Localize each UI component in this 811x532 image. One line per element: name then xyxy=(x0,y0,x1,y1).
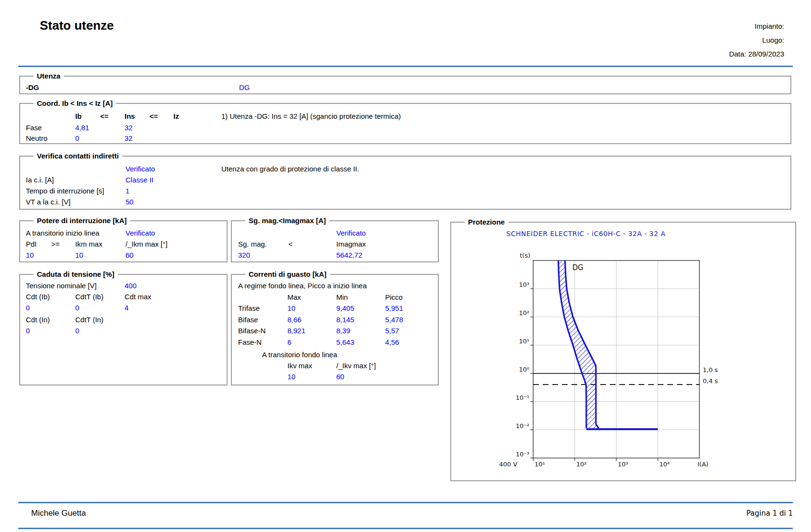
correnti-row-min: 9,405 xyxy=(336,304,354,312)
caduta-tensione-value: 400 xyxy=(125,282,137,290)
correnti-row-min: 5,643 xyxy=(336,338,354,346)
luogo-label: Luogo: xyxy=(762,36,784,44)
y-tick-label: 10⁰ xyxy=(519,366,529,373)
correnti-row-picco: 5,478 xyxy=(385,316,403,324)
y-tick-label: 10² xyxy=(519,309,529,317)
verifica-row-value: 1 xyxy=(126,187,129,195)
correnti-row-label: Trifase xyxy=(238,304,260,312)
correnti-row-label: Bifase-N xyxy=(238,327,266,335)
caduta-h2: CdtT (Ib) xyxy=(75,293,103,301)
page-title: Stato utenze xyxy=(40,18,114,33)
correnti-row-min: 8,39 xyxy=(336,327,350,335)
trip-curve-chart: 1,0 s0,4 s10³10²10¹10⁰10⁻¹10⁻²10⁻³10¹10²… xyxy=(450,220,795,481)
sgmag-status: Verificato xyxy=(336,229,366,237)
correnti-h-max: Max xyxy=(287,293,301,301)
footer-page-number: Pagina 1 di 1 xyxy=(746,509,793,518)
sgmag-fieldset: Sg. mag.<Imagmax [A] Verificato Sg. mag.… xyxy=(231,220,439,262)
coord-op2: <= xyxy=(149,112,158,120)
sgmag-legend: Sg. mag.<Imagmax [A] xyxy=(245,216,329,225)
coord-row-ins: 32 xyxy=(125,124,133,132)
potere-col2: Ikm max xyxy=(75,240,103,248)
correnti-ikv-angle-value: 60 xyxy=(336,373,344,381)
correnti-legend: Correnti di guasto [kA] xyxy=(245,270,330,278)
potere-row1-label: A transitorio inizio linea xyxy=(26,229,99,237)
caduta-h1: Cdt (Ib) xyxy=(26,293,50,301)
utenza-code: -DG xyxy=(26,83,39,91)
coord-row-label: Fase xyxy=(26,124,42,132)
potere-v2: 10 xyxy=(75,251,83,259)
correnti-row-picco: 4,56 xyxy=(385,338,399,346)
correnti-ikv-value: 10 xyxy=(287,373,296,381)
coord-col-iz: Iz xyxy=(173,112,179,120)
y-axis-label: t(s) xyxy=(520,252,530,259)
correnti-row-picco: 5,951 xyxy=(385,304,403,312)
coord-row-ins: 32 xyxy=(125,134,133,142)
correnti-row-max: 8,921 xyxy=(287,327,306,335)
verifica-row-label: VT a la c.i. [V] xyxy=(26,198,70,206)
y-tick-label: 10¹ xyxy=(519,338,529,345)
correnti-ikv-angle-label: /_Ikv max [°] xyxy=(336,362,376,370)
sgmag-op: < xyxy=(288,240,293,248)
correnti-fieldset: Correnti di guasto [kA] A regime fondo l… xyxy=(231,274,439,385)
verifica-note: Utenza con grado di protezione di classe… xyxy=(221,165,359,173)
voltage-label: 400 V xyxy=(499,461,517,468)
trip-band-fill xyxy=(559,260,599,429)
correnti-row-label: Bifase xyxy=(238,316,258,324)
caduta-h3: Cdt max xyxy=(125,293,151,301)
utenza-fieldset: Utenza -DG DG xyxy=(19,76,791,94)
correnti-row-max: 10 xyxy=(287,304,296,312)
x-axis-label: I(A) xyxy=(697,461,708,468)
coord-row-ib: 0 xyxy=(75,134,79,142)
caduta-r1b: 0 xyxy=(75,304,79,312)
curve-name-label: DG xyxy=(572,263,583,272)
correnti-ikv-label: Ikv max xyxy=(287,362,312,370)
potere-col1: PdI xyxy=(26,240,37,248)
verifica-row-value: 50 xyxy=(126,198,134,206)
header-separator xyxy=(18,66,793,67)
caduta-r1c: 4 xyxy=(125,304,128,312)
report-page: Stato utenze Impianto: Luogo: Data: 28/0… xyxy=(0,0,811,532)
potere-status: Verificato xyxy=(126,229,155,237)
potere-col3: /_Ikm max [°] xyxy=(126,240,168,248)
bottom-separator xyxy=(18,528,793,529)
footer-author: Michele Guetta xyxy=(31,509,86,518)
correnti-subtitle: A regime fondo linea, Picco a inizio lin… xyxy=(238,282,367,290)
correnti-row-max: 6 xyxy=(287,338,291,346)
potere-op: >= xyxy=(51,240,60,248)
correnti-row-min: 8,145 xyxy=(336,316,354,324)
x-tick-label: 10¹ xyxy=(535,461,545,468)
utenza-name: DG xyxy=(239,83,250,91)
sgmag-col2: Imagmax xyxy=(336,240,366,248)
verifica-row-label: Ia c.i. [A] xyxy=(26,176,54,184)
coord-legend: Coord. Ib < Ins < Iz [A] xyxy=(34,99,116,107)
coord-fieldset: Coord. Ib < Ins < Iz [A] Ib <= Ins <= Iz… xyxy=(19,103,791,144)
correnti-transitorio-label: A transitorio fondo linea xyxy=(262,351,337,359)
sgmag-v1: 320 xyxy=(238,251,250,259)
data-label: Data: 28/09/2023 xyxy=(729,50,784,58)
verifica-row-value: Classe II xyxy=(126,176,153,184)
correnti-h-picco: Picco xyxy=(385,293,403,301)
coord-note: 1) Utenza -DG: Ins = 32 [A] (sgancio pro… xyxy=(221,112,401,120)
caduta-r2b: 0 xyxy=(75,327,79,335)
x-tick-label: 10⁴ xyxy=(659,461,670,468)
caduta-fieldset: Caduta di tensione [%] Tensione nominale… xyxy=(19,274,228,385)
sgmag-v2: 5642,72 xyxy=(336,251,362,259)
potere-v3: 60 xyxy=(126,251,134,259)
potere-legend: Potere di interruzione [kA] xyxy=(34,216,130,225)
y-tick-label: 10⁻¹ xyxy=(515,394,529,401)
utenza-legend: Utenza xyxy=(34,72,64,80)
coord-row-ib: 4,81 xyxy=(75,124,89,132)
correnti-h-min: Min xyxy=(336,293,348,301)
x-tick-label: 10² xyxy=(576,461,587,468)
correnti-row-label: Fase-N xyxy=(238,338,262,346)
impianto-label: Impianto: xyxy=(754,22,784,30)
correnti-row-picco: 5,57 xyxy=(385,327,399,335)
caduta-r1a: 0 xyxy=(26,304,30,312)
time-annotation-label: 0,4 s xyxy=(703,377,718,385)
caduta-legend: Caduta di tensione [%] xyxy=(34,270,118,278)
caduta-h4: Cdt (In) xyxy=(26,316,50,324)
y-tick-label: 10⁻³ xyxy=(515,451,529,458)
coord-col-ins: Ins xyxy=(125,112,135,120)
potere-fieldset: Potere di interruzione [kA] A transitori… xyxy=(19,220,228,262)
sgmag-col1: Sg. mag. xyxy=(238,240,267,248)
